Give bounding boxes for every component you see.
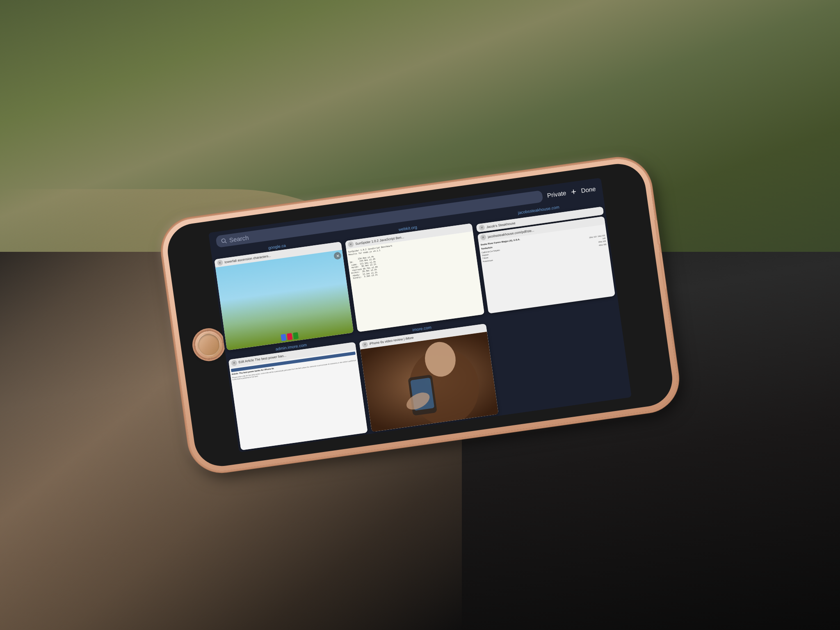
character-1 bbox=[281, 334, 286, 341]
tab-content-2: SunSpider 1.0.2 JavaScript Benchmark Res… bbox=[346, 231, 484, 332]
home-button[interactable] bbox=[192, 328, 225, 361]
character-3 bbox=[293, 332, 299, 339]
search-icon bbox=[221, 237, 227, 244]
home-button-inner bbox=[196, 332, 221, 358]
tab-cell-2: webkit.org ✕ SunSpider 1.0.2 JavaScript … bbox=[342, 215, 487, 334]
tab-cell-5: imore.com ✕ iPhone 6s video review | iMo… bbox=[356, 315, 501, 434]
tab-cell-3: jacobssteakhouse.com ✕ Jacob's Steakhous… bbox=[472, 197, 617, 315]
svg-point-0 bbox=[221, 238, 226, 242]
tab-close-3-sub[interactable]: ✕ bbox=[480, 234, 486, 241]
tab-close-2[interactable]: ✕ bbox=[347, 241, 354, 248]
tab-card-1[interactable]: ✕ towerfall ascension characters... ✕ bbox=[214, 242, 354, 350]
done-button[interactable]: Done bbox=[581, 185, 596, 194]
phone-screen: Search Private + Done google.ca bbox=[208, 178, 632, 452]
tab3-area: ✕ Jacob's Steakhouse ✕ jacobssteakhouse.… bbox=[476, 205, 615, 313]
game-characters bbox=[281, 332, 299, 341]
tab-close-badge-1[interactable]: ✕ bbox=[333, 251, 342, 260]
tab-content-5 bbox=[360, 331, 498, 432]
tab-close-3[interactable]: ✕ bbox=[479, 224, 485, 231]
video-thumbnail bbox=[360, 331, 498, 432]
svg-line-1 bbox=[225, 242, 226, 243]
tab-card-5[interactable]: ✕ iPhone 6s video review | iMore bbox=[359, 323, 498, 432]
tab-close-1[interactable]: ✕ bbox=[217, 260, 224, 266]
new-tab-button[interactable]: + bbox=[570, 186, 577, 198]
tab-content-4: Article: The best power banks for iPhone… bbox=[229, 350, 368, 450]
tab-card-2[interactable]: ✕ SunSpider 1.0.2 JavaScript Ben... SunS… bbox=[345, 223, 484, 332]
tab-cell-1: google.ca ✕ towerfall ascension characte… bbox=[211, 234, 356, 352]
private-button[interactable]: Private bbox=[547, 189, 567, 199]
tab-cell-empty bbox=[487, 297, 632, 415]
search-input[interactable]: Search bbox=[229, 234, 249, 243]
tab-cell-4: admin.imore.com ✕ Edit Article The best … bbox=[225, 334, 370, 452]
safari-tab-switcher: Search Private + Done google.ca bbox=[208, 178, 632, 452]
tab-content-1: ✕ bbox=[215, 250, 354, 350]
character-2 bbox=[287, 333, 292, 340]
tab-close-4[interactable]: ✕ bbox=[231, 360, 237, 366]
tab-close-5[interactable]: ✕ bbox=[362, 341, 368, 348]
tab-card-3-sub[interactable]: ✕ jacobssteakhouse.com/pdf/ste... Snake … bbox=[477, 216, 615, 313]
tab-card-4[interactable]: ✕ Edit Article The best power ban... Art… bbox=[228, 342, 368, 450]
